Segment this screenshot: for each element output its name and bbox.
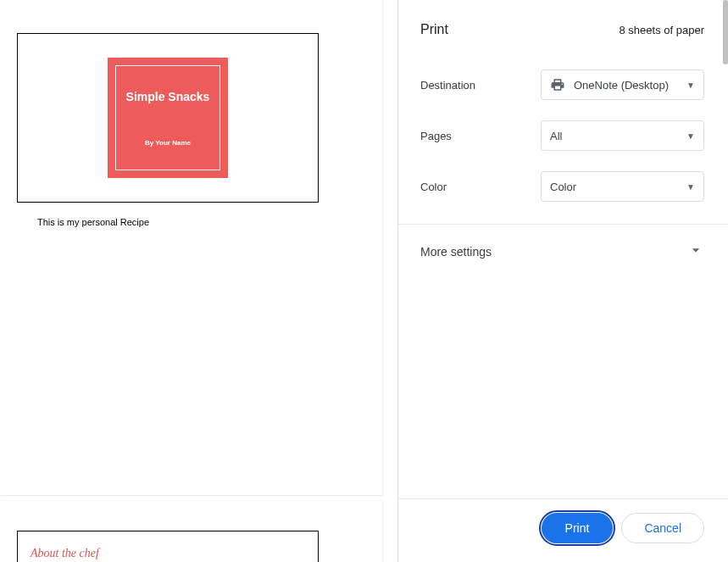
- destination-dropdown[interactable]: OneNote (Desktop) ▼: [541, 70, 704, 100]
- sheet-count: 8 sheets of paper: [620, 24, 704, 36]
- slide-2: About the chef: [17, 531, 319, 562]
- more-settings-label: More settings: [420, 245, 492, 259]
- settings-scroll: Print 8 sheets of paper Destination OneN…: [398, 0, 728, 498]
- cancel-button[interactable]: Cancel: [621, 513, 704, 543]
- slide-caption: This is my personal Recipe: [37, 217, 149, 227]
- destination-value: OneNote (Desktop): [574, 79, 669, 92]
- chevron-down-icon: [687, 242, 704, 262]
- slide-byline: By Your Name: [145, 139, 191, 147]
- preview-page-2: About the chef: [0, 501, 383, 562]
- color-row: Color Color ▼: [398, 166, 728, 217]
- more-settings-toggle[interactable]: More settings: [398, 225, 728, 279]
- pages-row: Pages All ▼: [398, 115, 728, 166]
- destination-row: Destination OneNote (Desktop) ▼: [398, 58, 728, 115]
- color-value: Color: [550, 181, 576, 193]
- window-scrollbar[interactable]: [723, 0, 728, 64]
- settings-header: Print 8 sheets of paper: [398, 0, 728, 58]
- pages-value: All: [550, 130, 562, 142]
- slide2-heading: About the chef: [31, 547, 99, 560]
- color-label: Color: [420, 181, 541, 193]
- caret-down-icon: ▼: [686, 182, 695, 192]
- printer-icon: [550, 78, 565, 92]
- print-preview-pane[interactable]: Simple Snacks By Your Name This is my pe…: [0, 0, 397, 562]
- caret-down-icon: ▼: [686, 131, 695, 141]
- pages-label: Pages: [420, 130, 541, 142]
- color-dropdown[interactable]: Color ▼: [541, 171, 704, 202]
- pages-dropdown[interactable]: All ▼: [541, 120, 704, 151]
- title-card: Simple Snacks By Your Name: [108, 58, 228, 178]
- print-settings-pane: Print 8 sheets of paper Destination OneN…: [397, 0, 728, 562]
- slide-title: Simple Snacks: [126, 90, 210, 103]
- panel-title: Print: [420, 22, 448, 37]
- print-button[interactable]: Print: [542, 513, 614, 543]
- destination-label: Destination: [420, 79, 541, 92]
- slide-1: Simple Snacks By Your Name: [17, 33, 319, 203]
- preview-page-1: Simple Snacks By Your Name This is my pe…: [0, 0, 383, 496]
- caret-down-icon: ▼: [686, 81, 695, 90]
- dialog-footer: Print Cancel: [398, 498, 728, 562]
